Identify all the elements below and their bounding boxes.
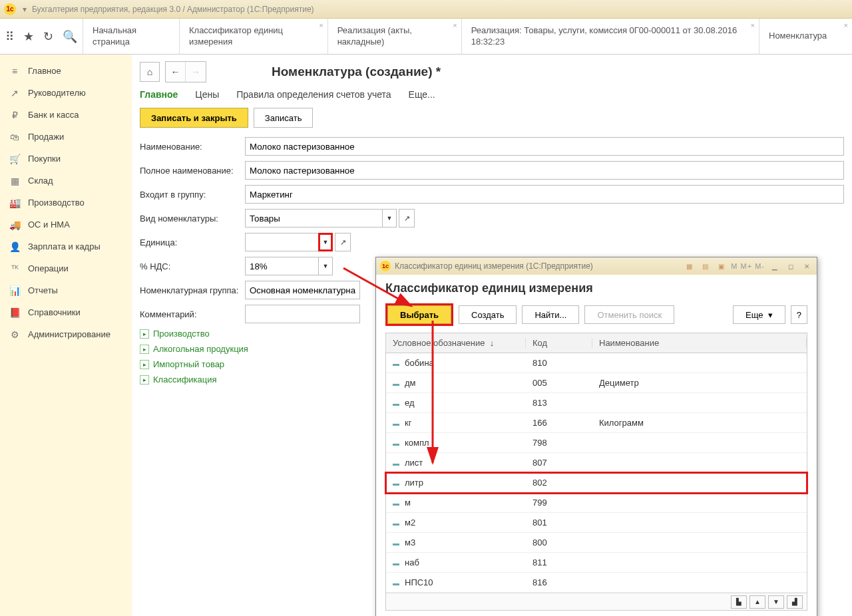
sidebar-item-12[interactable]: ⚙Администрирование bbox=[0, 323, 132, 345]
unit-dropdown-button[interactable]: ▼ bbox=[318, 233, 333, 251]
sidebar-label: Руководителю bbox=[28, 88, 86, 98]
sidebar-icon: ₽ bbox=[9, 110, 20, 120]
find-button[interactable]: Найти... bbox=[522, 305, 579, 324]
table-row[interactable]: ▬кг166Килограмм bbox=[386, 413, 807, 433]
comment-input[interactable] bbox=[245, 305, 360, 323]
subtab-2[interactable]: Правила определения счетов учета bbox=[236, 89, 391, 100]
dialog-m-buttons[interactable]: M M+ M- bbox=[731, 262, 765, 270]
sidebar-item-6[interactable]: 🏭Производство bbox=[0, 192, 132, 214]
cancel-search-button[interactable]: Отменить поиск bbox=[584, 305, 674, 324]
select-button[interactable]: Выбрать bbox=[387, 305, 451, 324]
fullname-label: Полное наименование: bbox=[140, 166, 245, 176]
tab-4[interactable]: Номенклатура× bbox=[759, 19, 852, 54]
dialog-min-icon[interactable]: ▁ bbox=[769, 261, 781, 271]
subtab-1[interactable]: Цены bbox=[195, 89, 219, 100]
more-button[interactable]: Еще ▾ bbox=[733, 305, 785, 324]
row-icon: ▬ bbox=[393, 480, 399, 487]
vat-dropdown-button[interactable]: ▼ bbox=[318, 257, 333, 275]
sidebar-icon: ▦ bbox=[9, 176, 20, 186]
sidebar-item-7[interactable]: 🚚ОС и НМА bbox=[0, 214, 132, 235]
vat-label: % НДС: bbox=[140, 261, 245, 271]
help-button[interactable]: ? bbox=[791, 305, 807, 324]
sidebar-item-5[interactable]: ▦Склад bbox=[0, 170, 132, 192]
table-row[interactable]: ▬м2801 bbox=[386, 513, 807, 533]
name-input[interactable] bbox=[245, 137, 844, 156]
group-input[interactable] bbox=[245, 185, 844, 204]
save-close-button[interactable]: Записать и закрыть bbox=[140, 108, 248, 128]
table-row[interactable]: ▬литр802 bbox=[386, 473, 807, 493]
row-icon: ▬ bbox=[393, 420, 399, 427]
table-row[interactable]: ▬бобина810 bbox=[386, 353, 807, 373]
table-row[interactable]: ▬ед813 bbox=[386, 393, 807, 413]
table-row[interactable]: ▬НПС10816 bbox=[386, 573, 807, 593]
nomgroup-input[interactable] bbox=[245, 281, 360, 299]
expander-label: Классификация bbox=[153, 375, 217, 385]
dialog-max-icon[interactable]: ◻ bbox=[785, 261, 797, 271]
nav-up-button[interactable]: ▲ bbox=[749, 595, 765, 609]
dialog-cal-icon[interactable]: ▣ bbox=[715, 261, 727, 271]
star-icon[interactable]: ★ bbox=[23, 29, 34, 44]
dialog-close-icon[interactable]: ✕ bbox=[801, 261, 813, 271]
tab-3[interactable]: Реализация: Товары, услуги, комиссия 0Г0… bbox=[461, 19, 759, 54]
table-row[interactable]: ▬компл798 bbox=[386, 433, 807, 453]
sidebar-item-8[interactable]: 👤Зарплата и кадры bbox=[0, 235, 132, 257]
sidebar-item-9[interactable]: ᵀᴷОперации bbox=[0, 257, 132, 279]
nav-last-button[interactable]: ▟ bbox=[787, 595, 803, 609]
sidebar-item-1[interactable]: ↗Руководителю bbox=[0, 82, 132, 104]
sidebar-icon: 🏭 bbox=[9, 198, 20, 208]
nav-down-button[interactable]: ▼ bbox=[768, 595, 784, 609]
units-table: Условное обозначение ↓ Код Наименование … bbox=[385, 333, 807, 611]
apps-icon[interactable]: ⠿ bbox=[5, 29, 14, 44]
tab-close-icon[interactable]: × bbox=[319, 21, 323, 29]
sidebar-icon: ⚙ bbox=[9, 329, 20, 340]
forward-button[interactable]: → bbox=[186, 62, 206, 82]
table-row[interactable]: ▬м3800 bbox=[386, 533, 807, 553]
save-button[interactable]: Записать bbox=[254, 108, 314, 128]
table-row[interactable]: ▬дм005Дециметр bbox=[386, 373, 807, 393]
nav-first-button[interactable]: ▙ bbox=[731, 595, 747, 609]
tab-1[interactable]: Классификатор единиц измерения× bbox=[179, 19, 327, 54]
unit-open-button[interactable]: ↗ bbox=[335, 233, 351, 251]
vat-input[interactable] bbox=[245, 257, 318, 275]
dialog-app-icon: 1c bbox=[380, 261, 391, 271]
dialog-calc-icon[interactable]: ▤ bbox=[699, 261, 711, 271]
sidebar-item-10[interactable]: 📊Отчеты bbox=[0, 279, 132, 301]
history-icon[interactable]: ↻ bbox=[43, 29, 53, 44]
tab-close-icon[interactable]: × bbox=[453, 21, 457, 29]
sidebar-item-2[interactable]: ₽Банк и касса bbox=[0, 104, 132, 126]
table-row[interactable]: ▬м799 bbox=[386, 493, 807, 513]
sidebar-item-0[interactable]: ≡Главное bbox=[0, 60, 132, 82]
subtab-3[interactable]: Еще... bbox=[409, 89, 435, 100]
subtab-0[interactable]: Главное bbox=[140, 89, 178, 100]
col-symbol[interactable]: Условное обозначение ↓ bbox=[386, 338, 526, 348]
dropdown-icon[interactable]: ▾ bbox=[23, 5, 27, 14]
window-titlebar: 1c ▾ Бухгалтерия предприятия, редакция 3… bbox=[0, 0, 852, 19]
sidebar-label: Покупки bbox=[28, 154, 61, 164]
type-open-button[interactable]: ↗ bbox=[399, 209, 415, 228]
table-row[interactable]: ▬наб811 bbox=[386, 553, 807, 573]
home-button[interactable]: ⌂ bbox=[140, 62, 160, 82]
type-dropdown-button[interactable]: ▼ bbox=[382, 209, 397, 228]
tab-2[interactable]: Реализация (акты, накладные)× bbox=[327, 19, 461, 54]
tab-close-icon[interactable]: × bbox=[844, 21, 848, 29]
table-row[interactable]: ▬лист807 bbox=[386, 453, 807, 473]
dialog-tool-icon[interactable]: ▦ bbox=[683, 261, 695, 271]
col-name[interactable]: Наименование bbox=[592, 338, 807, 348]
unit-input[interactable] bbox=[245, 233, 318, 251]
create-button[interactable]: Создать bbox=[459, 305, 517, 324]
sidebar-item-4[interactable]: 🛒Покупки bbox=[0, 148, 132, 170]
sidebar-icon: ≡ bbox=[9, 66, 20, 77]
tab-0[interactable]: Начальная страница bbox=[83, 19, 179, 54]
sidebar-item-3[interactable]: 🛍Продажи bbox=[0, 126, 132, 148]
search-icon[interactable]: 🔍 bbox=[63, 29, 77, 44]
window-title-text: Бухгалтерия предприятия, редакция 3.0 / … bbox=[32, 5, 314, 14]
top-toolbar: ⠿ ★ ↻ 🔍 Начальная страницаКлассификатор … bbox=[0, 19, 852, 55]
col-code[interactable]: Код bbox=[526, 338, 592, 348]
fullname-input[interactable] bbox=[245, 161, 844, 180]
tab-close-icon[interactable]: × bbox=[751, 21, 755, 29]
sidebar: ≡Главное↗Руководителю₽Банк и касса🛍Прода… bbox=[0, 55, 132, 616]
type-input[interactable] bbox=[245, 209, 382, 228]
sidebar-item-11[interactable]: 📕Справочники bbox=[0, 301, 132, 323]
row-icon: ▬ bbox=[393, 440, 399, 447]
back-button[interactable]: ← bbox=[166, 62, 186, 82]
